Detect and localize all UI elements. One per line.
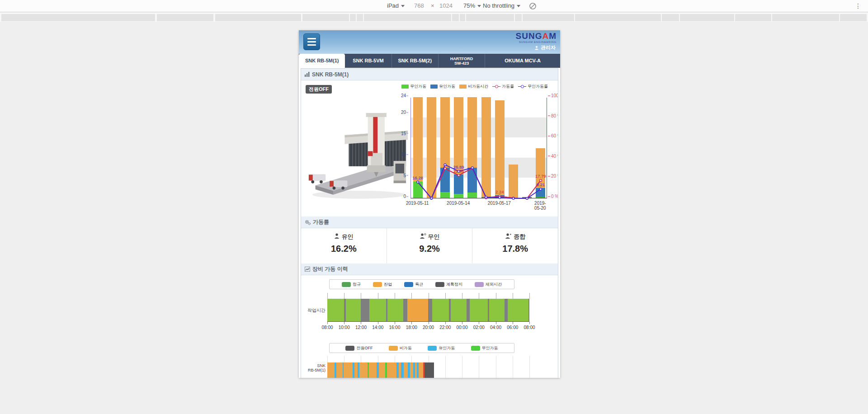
segment-정규 — [470, 299, 488, 321]
legend-label: 계획정지 — [446, 282, 462, 287]
state-legend-item-유인가동[interactable]: 유인가동 — [428, 345, 455, 351]
device-select[interactable]: iPad — [387, 0, 405, 12]
throttling-select[interactable]: No throttling — [483, 0, 520, 12]
legend-swatch — [342, 282, 351, 287]
state-legend-item-비가동[interactable]: 비가동 — [389, 345, 412, 351]
segment-계획정지 — [505, 299, 508, 321]
tab-snk-rb-5m(1)[interactable]: SNK RB-5M(1) — [299, 54, 345, 68]
media-query-segment[interactable] — [523, 14, 574, 21]
rate-stats: 유인16.2%무인9.2%종합17.8% — [301, 228, 558, 263]
media-query-segment[interactable] — [680, 14, 734, 21]
legend-label: 정규 — [353, 282, 361, 287]
person-total-icon — [505, 233, 512, 240]
tab-hartford-sw-423[interactable]: HARTFORD SW-423 — [439, 54, 485, 68]
shift-legend-item-계획정지[interactable]: 계획정지 — [435, 282, 462, 287]
legend-item-유인가동[interactable]: 유인가동 — [430, 84, 455, 89]
y-right-tick: 20 % — [551, 174, 558, 179]
media-query-segment[interactable] — [735, 14, 771, 21]
zoom-select[interactable]: 75% — [463, 0, 481, 12]
legend-swatch — [435, 282, 444, 287]
media-query-segment[interactable] — [466, 14, 514, 21]
tab-okuma-mcv-a[interactable]: OKUMA MCV-A — [485, 54, 560, 68]
legend-swatch — [459, 85, 467, 89]
media-query-bar — [0, 13, 868, 22]
segment-비가동 — [336, 362, 343, 378]
y-right-tick: 40 % — [551, 153, 558, 158]
y-right-tick: 0 % — [551, 194, 558, 199]
media-query-segment[interactable] — [662, 14, 679, 21]
viewport-height-field[interactable]: 1024 — [439, 0, 453, 12]
segment-비가동 — [327, 362, 335, 378]
power-status-badge: 전원OFF — [306, 85, 332, 94]
legend-swatch — [404, 282, 413, 287]
y-left-tick: 10 — [401, 152, 406, 157]
time-tick-label: 04:00 — [490, 325, 501, 330]
media-query-segment[interactable] — [302, 14, 349, 21]
rate-stat-종합: 종합17.8% — [472, 228, 558, 263]
time-tick-label: 18:00 — [406, 325, 417, 330]
state-legend-item-전원OFF[interactable]: 전원OFF — [345, 345, 373, 351]
legend-swatch — [389, 346, 398, 351]
chart-line-icon — [305, 267, 310, 272]
media-query-segment[interactable] — [350, 14, 356, 21]
media-query-segment[interactable] — [1, 14, 155, 21]
y-left-tick: 15 — [401, 131, 406, 136]
legend-item-비가동시간[interactable]: 비가동시간 — [459, 84, 488, 89]
segment-정규 — [369, 299, 386, 321]
media-query-segment[interactable] — [215, 14, 301, 21]
point-label: 9.21 — [537, 182, 545, 187]
tab-snk-rb-5vm[interactable]: SNK RB-5VM — [345, 54, 392, 68]
legend-label: 무인가동률 — [528, 84, 548, 89]
segment-비가동 — [404, 362, 408, 378]
legend-item-가동률[interactable]: 가동률 — [492, 84, 514, 89]
line-무인가동률 — [418, 165, 541, 198]
rate-value: 16.2% — [301, 244, 387, 254]
x-date-tick: 2019-05-17 — [488, 201, 511, 206]
y-axis-left: 0510152024 — [301, 98, 409, 198]
utilization-chart: 16.2826.8922.962.2417.799.21 — [410, 98, 547, 198]
legend-label: 특근 — [415, 282, 423, 287]
media-query-segment[interactable] — [460, 14, 465, 21]
legend-item-무인가동률[interactable]: 무인가동률 — [518, 84, 548, 89]
legend-swatch — [401, 85, 409, 89]
media-query-segment[interactable] — [515, 14, 522, 21]
machine-row-label: SNK RB-5M(1) — [301, 363, 326, 372]
media-query-segment[interactable] — [357, 14, 363, 21]
shift-legend-item-정규[interactable]: 정규 — [342, 282, 361, 287]
state-legend-item-무인가동[interactable]: 무인가동 — [471, 345, 498, 351]
x-axis-dates: 2019-05-112019-05-142019-05-172019-05-20 — [410, 201, 547, 207]
legend-line-marker — [492, 85, 500, 89]
segment-전원OFF — [425, 362, 434, 378]
legend-label: 유인가동 — [439, 345, 455, 351]
state-legend: 전원OFF비가동유인가동무인가동 — [329, 343, 514, 353]
user-menu[interactable]: 관리자 — [534, 44, 556, 51]
rate-stat-유인: 유인16.2% — [301, 228, 387, 263]
time-tick-label: 14:00 — [372, 325, 383, 330]
worktime-top-ticks — [327, 293, 529, 299]
y-right-tick: 60 % — [551, 133, 558, 138]
segment-비가동 — [359, 362, 368, 378]
legend-swatch — [345, 346, 354, 351]
shift-legend-item-잔업[interactable]: 잔업 — [373, 282, 392, 287]
media-query-segment[interactable] — [157, 14, 213, 21]
hamburger-menu-button[interactable] — [303, 33, 320, 50]
segment-정규 — [508, 299, 528, 321]
media-query-segment[interactable] — [364, 14, 451, 21]
tab-snk-rb-5m(2)[interactable]: SNK RB-5M(2) — [392, 54, 439, 68]
y-left-tick: 5 — [403, 173, 406, 178]
shift-legend-item-특근[interactable]: 특근 — [404, 282, 423, 287]
time-tick-label: 12:00 — [355, 325, 367, 330]
dimension-separator: × — [431, 0, 434, 12]
rotate-viewport-icon[interactable] — [529, 2, 537, 10]
media-query-segment[interactable] — [772, 14, 839, 21]
viewport-width-field[interactable]: 768 — [414, 0, 424, 12]
time-tick-label: 06:00 — [507, 325, 518, 330]
media-query-segment[interactable] — [575, 14, 661, 21]
media-query-segment[interactable] — [452, 14, 459, 21]
legend-swatch — [475, 282, 484, 287]
shift-legend-item-제외시간[interactable]: 제외시간 — [475, 282, 502, 287]
legend-item-무인가동[interactable]: 무인가동 — [401, 84, 426, 89]
segment-비가동 — [354, 362, 358, 378]
media-query-segment[interactable] — [840, 14, 867, 21]
kebab-menu-icon[interactable]: ⋮ — [854, 1, 862, 10]
